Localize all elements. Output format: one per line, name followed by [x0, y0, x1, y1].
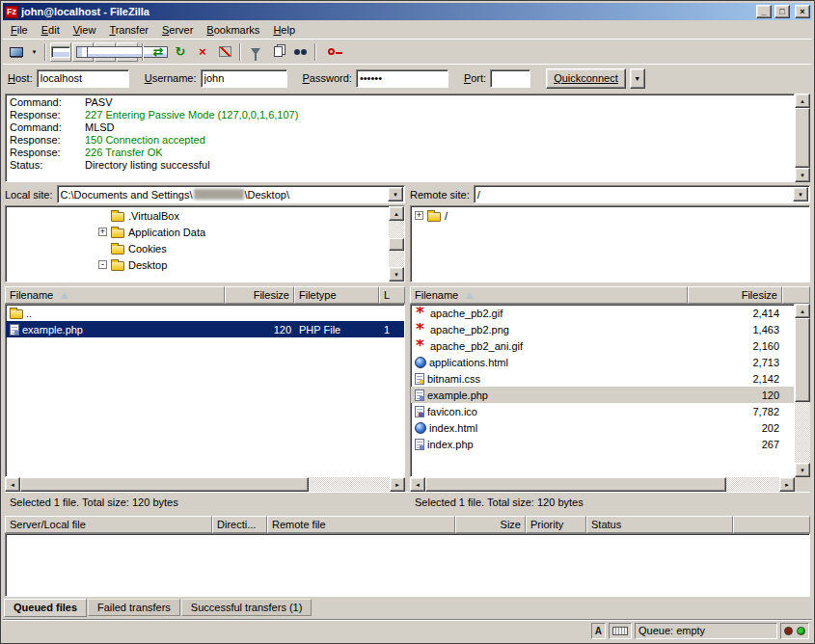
scroll-left-arrow[interactable]: ◄	[5, 477, 20, 492]
scroll-up-arrow[interactable]: ▲	[389, 206, 404, 221]
tab-queued-files[interactable]: Queued files	[4, 599, 87, 617]
compare-button[interactable]	[267, 42, 288, 62]
remote-site-combobox[interactable]: / ▼	[474, 185, 810, 203]
username-input[interactable]	[201, 69, 287, 88]
menu-server[interactable]: Server	[155, 21, 200, 38]
scrollbar-track[interactable]	[425, 477, 779, 492]
column-header-filename[interactable]: Filename	[410, 286, 688, 304]
scrollbar-track[interactable]	[795, 108, 810, 168]
local-site-combobox[interactable]: C:\Documents and Settings\\Desktop\ ▼	[57, 185, 405, 203]
site-manager-button[interactable]	[6, 42, 27, 62]
close-button[interactable]: ×	[795, 5, 810, 18]
tree-item[interactable]: .VirtualBox	[6, 207, 389, 224]
scroll-down-arrow[interactable]: ▼	[389, 267, 404, 282]
local-site-pane: Local site: C:\Documents and Settings\\D…	[5, 185, 405, 282]
log-line: Command:PASV	[10, 96, 790, 109]
remote-vertical-scrollbar[interactable]: ▲ ▼	[795, 304, 810, 477]
file-row[interactable]: ..	[6, 305, 404, 321]
scrollbar-thumb[interactable]	[425, 477, 726, 492]
tree-item[interactable]: Cookies	[6, 240, 389, 256]
scroll-down-arrow[interactable]: ▼	[795, 168, 810, 182]
scrollbar-thumb[interactable]	[389, 238, 404, 250]
titlebar[interactable]: Fz john@localhost - FileZilla _ □ ×	[3, 3, 812, 20]
tab-failed-transfers[interactable]: Failed transfers	[88, 599, 180, 616]
port-input[interactable]	[490, 69, 530, 88]
site-manager-dropdown[interactable]: ▼	[28, 42, 41, 62]
scroll-right-arrow[interactable]: ►	[390, 477, 405, 492]
queue-column-priority[interactable]: Priority	[526, 516, 586, 533]
file-row[interactable]: apache_pb2.png1,463	[411, 321, 794, 337]
menu-help[interactable]: Help	[266, 21, 302, 38]
combo-dropdown-button[interactable]: ▼	[793, 187, 808, 201]
scroll-down-arrow[interactable]: ▼	[795, 463, 810, 477]
column-header-filename[interactable]: Filename	[5, 286, 225, 304]
menu-view[interactable]: View	[67, 21, 103, 38]
file-row[interactable]: apache_pb2.gif2,414	[411, 305, 794, 321]
cancel-button[interactable]: ×	[192, 42, 213, 62]
scroll-up-arrow[interactable]: ▲	[795, 304, 810, 318]
refresh-button[interactable]: ⇄	[148, 42, 169, 62]
local-horizontal-scrollbar[interactable]: ◄ ►	[5, 477, 405, 492]
folder-icon	[10, 309, 23, 319]
toggle-log-button[interactable]	[50, 42, 71, 62]
menu-edit[interactable]: Edit	[35, 21, 67, 38]
local-site-label: Local site:	[5, 189, 53, 201]
file-row[interactable]: index.html202	[411, 419, 794, 436]
scroll-left-arrow[interactable]: ◄	[410, 477, 425, 492]
queue-column-server-local-file[interactable]: Server/Local file	[5, 516, 212, 533]
transfer-type-indicator[interactable]: A	[591, 623, 606, 639]
file-row[interactable]: bitnami.css2,142	[411, 370, 794, 387]
tree-item[interactable]: +Application Data	[6, 224, 389, 240]
log-line: Response:150 Connection accepted	[10, 134, 790, 147]
disconnect-button[interactable]	[214, 42, 235, 62]
password-input[interactable]	[356, 69, 448, 88]
quickconnect-button[interactable]: Quickconnect	[546, 68, 626, 89]
scrollbar-track[interactable]	[795, 318, 810, 463]
process-queue-button[interactable]: ↻	[170, 42, 191, 62]
file-row-selected[interactable]: example.php120	[411, 387, 794, 403]
tree-item[interactable]: +/	[411, 207, 809, 224]
host-input[interactable]	[37, 69, 129, 88]
filter-button[interactable]	[245, 42, 266, 62]
disconnect-icon	[219, 46, 231, 57]
queue-column-direction[interactable]: Directi...	[212, 516, 267, 533]
file-row[interactable]: favicon.ico7,782	[411, 403, 794, 419]
menu-file[interactable]: File	[4, 21, 35, 38]
column-header-lastmodified[interactable]: L	[379, 286, 405, 304]
tree-item[interactable]: -Desktop	[6, 256, 389, 273]
queue-column-size[interactable]: Size	[455, 516, 526, 533]
minimize-button[interactable]: _	[756, 5, 772, 18]
queue-column-status[interactable]: Status	[586, 516, 733, 533]
tab-successful-transfers[interactable]: Successful transfers (1)	[181, 599, 312, 616]
maximize-button[interactable]: □	[774, 5, 790, 18]
scroll-right-arrow[interactable]: ►	[779, 477, 795, 492]
expand-icon[interactable]: +	[98, 228, 107, 236]
find-button[interactable]	[289, 42, 311, 62]
file-row[interactable]: index.php267	[411, 436, 794, 452]
scroll-up-arrow[interactable]: ▲	[795, 94, 810, 108]
menu-transfer[interactable]: Transfer	[102, 21, 155, 38]
queue-column-remote-file[interactable]: Remote file	[267, 516, 455, 533]
expand-icon[interactable]: +	[415, 211, 423, 220]
scrollbar-track[interactable]	[20, 477, 390, 492]
file-row-selected[interactable]: example.php 120 PHP File 1	[6, 321, 404, 337]
menu-bookmarks[interactable]: Bookmarks	[200, 21, 266, 38]
column-header-filetype[interactable]: Filetype	[294, 286, 379, 304]
site-keys-button[interactable]	[320, 42, 341, 62]
combo-dropdown-button[interactable]: ▼	[388, 187, 403, 201]
scrollbar-thumb[interactable]	[795, 108, 810, 168]
column-header-filesize[interactable]: Filesize	[688, 286, 782, 304]
input-indicator[interactable]	[609, 623, 632, 639]
quickconnect-dropdown[interactable]: ▼	[630, 68, 645, 89]
column-header-filesize[interactable]: Filesize	[225, 286, 294, 304]
scrollbar-thumb[interactable]	[795, 318, 810, 402]
collapse-icon[interactable]: -	[98, 260, 107, 269]
log-scrollbar[interactable]: ▲ ▼	[795, 94, 810, 182]
local-tree-scrollbar[interactable]: ▲ ▼	[389, 206, 404, 282]
remote-horizontal-scrollbar[interactable]: ◄ ►	[410, 477, 795, 492]
file-row[interactable]: applications.html2,713	[411, 354, 794, 370]
scrollbar-thumb[interactable]	[20, 477, 309, 492]
file-row[interactable]: apache_pb2_ani.gif2,160	[411, 337, 794, 354]
scrollbar-track[interactable]	[389, 221, 404, 267]
toggle-queue-button[interactable]	[117, 42, 138, 62]
